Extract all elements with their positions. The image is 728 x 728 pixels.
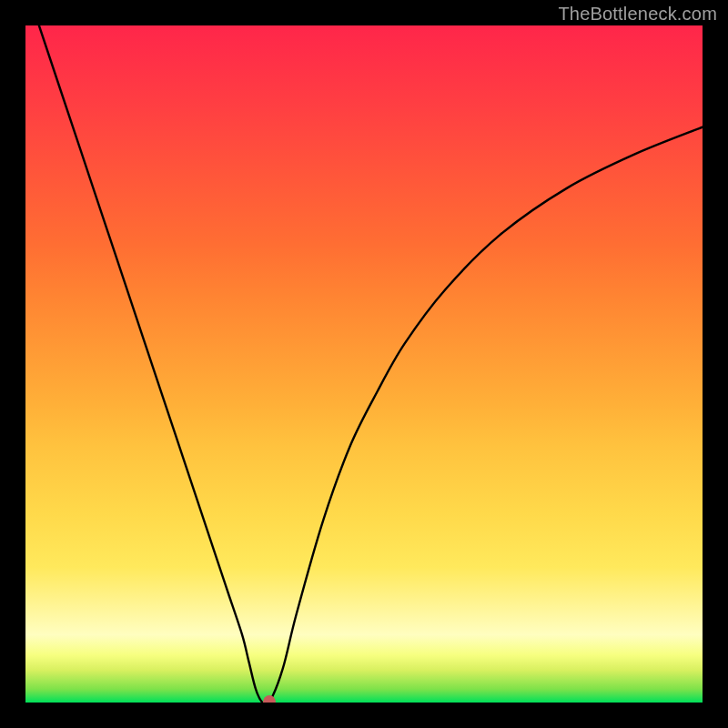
chart-frame: TheBottleneck.com bbox=[0, 0, 728, 728]
watermark-text: TheBottleneck.com bbox=[558, 4, 717, 25]
plot-area bbox=[25, 25, 703, 703]
bottleneck-curve bbox=[25, 25, 703, 703]
